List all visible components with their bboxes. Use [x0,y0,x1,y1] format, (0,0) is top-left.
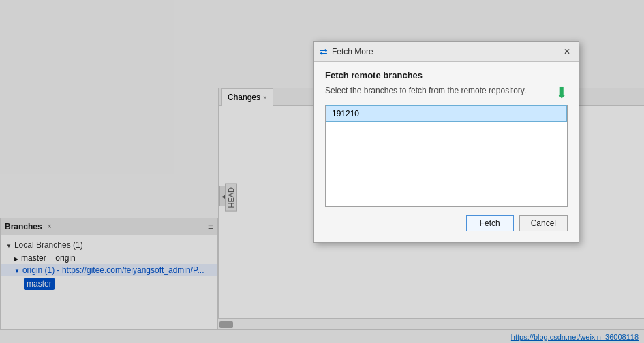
fetch-icon: ⬇ [555,84,568,102]
cancel-button[interactable]: Cancel [519,215,568,231]
dialog-body: Fetch remote branches Select the branche… [314,62,579,242]
dialog-close-button[interactable]: ✕ [561,46,573,58]
dialog-title-text: Fetch More [332,47,373,56]
dialog-desc-text: Select the branches to fetch from the re… [325,86,526,95]
dialog-titlebar: ⇄ Fetch More ✕ [314,42,579,62]
dialog-title-icon: ⇄ [320,46,328,57]
branch-list-item[interactable]: 191210 [326,105,567,122]
fetch-more-dialog: ⇄ Fetch More ✕ Fetch remote branches Sel… [313,41,579,243]
branch-label: 191210 [332,109,359,118]
branch-list[interactable]: 191210 [325,105,568,207]
dialog-heading: Fetch remote branches [325,70,568,80]
fetch-button[interactable]: Fetch [466,215,514,231]
dialog-description: Select the branches to fetch from the re… [325,84,526,97]
dialog-footer: Fetch Cancel [325,215,568,234]
dialog-title-left: ⇄ Fetch More [320,46,373,57]
